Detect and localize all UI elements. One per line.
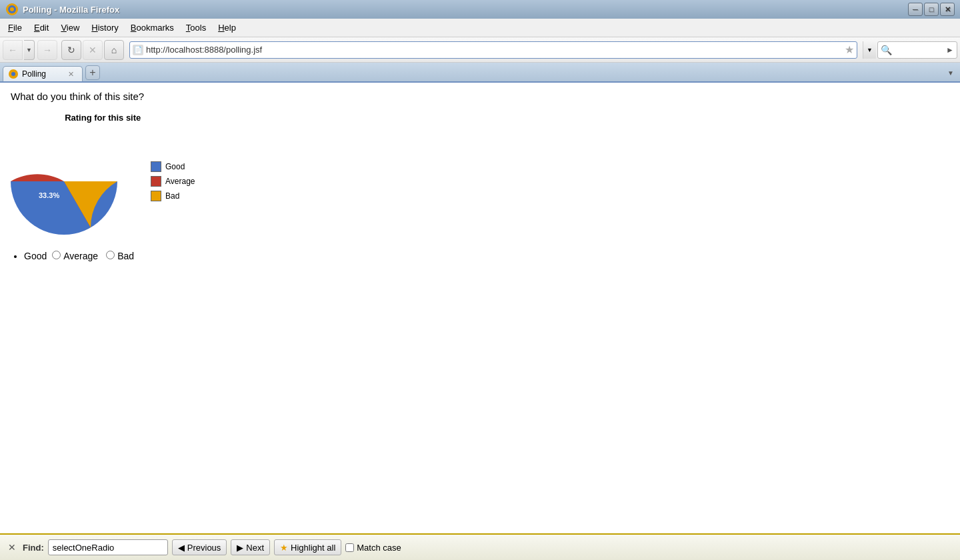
highlight-icon: ★	[280, 543, 288, 553]
search-icon: 🔍	[881, 45, 892, 55]
menu-help[interactable]: Help	[213, 21, 241, 35]
match-case-label: Match case	[357, 543, 401, 553]
window-controls: ─ □ ✕	[908, 3, 955, 16]
tab-favicon	[9, 69, 18, 79]
window-title: Polling - Mozilla Firefox	[23, 5, 119, 15]
find-next-button[interactable]: ▶ Next	[231, 539, 270, 555]
pie-label-average: 33.3%	[39, 191, 59, 199]
search-input[interactable]	[893, 45, 945, 55]
chart-title: Rating for this site	[65, 113, 141, 123]
legend-item-average: Average	[151, 176, 195, 187]
menu-edit[interactable]: Edit	[29, 21, 54, 35]
restore-button[interactable]: □	[924, 3, 939, 16]
legend-label-average: Average	[165, 177, 195, 186]
tab-label: Polling	[22, 69, 46, 79]
back-button[interactable]: ←	[3, 40, 23, 60]
toolbar: ← ▼ → ↻ ✕ ⌂ 📄 ★ ▼ 🔍 ►	[0, 37, 960, 63]
find-next-label: Next	[246, 543, 264, 553]
match-case-option[interactable]: Match case	[345, 543, 401, 553]
svg-point-2	[10, 7, 14, 11]
home-button[interactable]: ⌂	[104, 40, 124, 60]
menu-history[interactable]: History	[86, 21, 123, 35]
legend-color-bad	[151, 191, 161, 201]
find-bar: ✕ Find: ◀ Previous ▶ Next ★ Highlight al…	[0, 533, 960, 560]
tab-close-button[interactable]: ✕	[68, 70, 74, 79]
menu-view[interactable]: View	[55, 21, 85, 35]
menu-bar: File Edit View History Bookmarks Tools H…	[0, 19, 960, 37]
forward-button[interactable]: →	[37, 40, 57, 60]
pie-label-bad: 16.7%	[45, 156, 66, 164]
back-dropdown[interactable]: ▼	[24, 40, 35, 60]
find-label: Find:	[23, 543, 44, 553]
legend-color-good	[151, 161, 161, 172]
legend-label-good: Good	[165, 162, 185, 171]
menu-bookmarks[interactable]: Bookmarks	[125, 21, 179, 35]
page-icon: 📄	[133, 45, 143, 55]
highlight-label: Highlight all	[291, 543, 335, 553]
menu-tools[interactable]: Tools	[181, 21, 211, 35]
url-dropdown[interactable]: ▼	[863, 41, 876, 59]
bookmark-star-icon[interactable]: ★	[845, 43, 854, 56]
search-box: 🔍 ►	[877, 41, 957, 59]
url-input[interactable]	[146, 45, 842, 55]
firefox-icon	[5, 3, 19, 16]
pie-labels: 50% 33.3% 16.7%	[24, 128, 131, 235]
radio-section: GoodAverageBad	[11, 251, 949, 261]
tab-bar: Polling ✕ + ▼	[0, 63, 960, 83]
minimize-button[interactable]: ─	[908, 3, 923, 16]
reload-button[interactable]: ↻	[61, 40, 81, 60]
pie-chart-area: 50% 33.3% 16.7% Good	[11, 128, 195, 235]
svg-point-4	[11, 72, 15, 76]
url-bar[interactable]: 📄 ★	[129, 41, 857, 59]
legend-item-bad: Bad	[151, 191, 195, 201]
page-content: What do you think of this site? Rating f…	[0, 83, 960, 560]
page-title: What do you think of this site?	[11, 91, 949, 102]
pie-label-good: 50%	[91, 173, 105, 181]
match-case-checkbox[interactable]	[345, 543, 354, 552]
title-bar: Polling - Mozilla Firefox ─ □ ✕	[0, 0, 960, 19]
find-close-button[interactable]: ✕	[5, 541, 19, 554]
chart-container: Rating for this site	[11, 113, 949, 235]
find-input[interactable]	[48, 539, 168, 555]
tab-polling[interactable]: Polling ✕	[3, 66, 83, 81]
find-previous-button[interactable]: ◀ Previous	[172, 539, 227, 555]
find-previous-icon: ◀	[178, 543, 185, 553]
find-next-icon: ▶	[237, 543, 243, 553]
close-button[interactable]: ✕	[940, 3, 955, 16]
search-go-icon[interactable]: ►	[946, 45, 954, 55]
tab-dropdown[interactable]: ▼	[944, 65, 957, 80]
radio-list-item: GoodAverageBad	[24, 251, 949, 261]
legend-label-bad: Bad	[165, 191, 179, 201]
legend-color-average	[151, 176, 161, 187]
new-tab-button[interactable]: +	[85, 65, 100, 80]
menu-file[interactable]: File	[3, 21, 27, 35]
chart-legend: Good Average Bad	[151, 161, 195, 201]
find-highlight-button[interactable]: ★ Highlight all	[274, 539, 341, 555]
chart-wrapper: Rating for this site	[11, 113, 195, 235]
legend-item-good: Good	[151, 161, 195, 172]
find-previous-label: Previous	[187, 543, 221, 553]
stop-button[interactable]: ✕	[83, 40, 103, 60]
